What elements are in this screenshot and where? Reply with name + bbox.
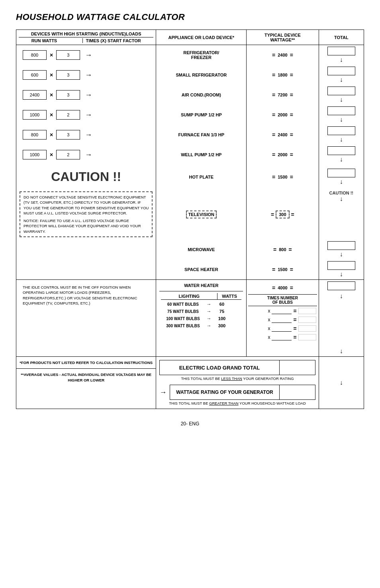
- table-row: 800 × 3 → REFRIGERATOR/FREEZER = 2400 = …: [16, 45, 364, 65]
- watts-box: 800: [23, 130, 47, 140]
- microwave-row: MICROWAVE = 800 = ↓: [16, 240, 364, 260]
- watts-box: 800: [23, 50, 47, 60]
- microwave-wattage: = 800 =: [247, 240, 319, 260]
- dashed-note: DO NOT CONNECT VOLTAGE SENSITIVE ELECTRO…: [20, 191, 153, 237]
- television-device: TELEVISION: [156, 189, 247, 240]
- page-title: HOUSEHOLD WATTAGE CALCULATOR: [16, 12, 364, 22]
- watts-box: 1000: [23, 150, 47, 159]
- space-heater-device: SPACE HEATER: [156, 260, 247, 280]
- generator-note: THIS TOTAL MUST BE GREATER THAN YOUR HOU…: [159, 401, 315, 405]
- device-label: SUMP PUMP 1/2 HP: [156, 105, 247, 125]
- total-cell: ↓: [319, 105, 364, 125]
- lighting-header: LIGHTING: [161, 293, 217, 299]
- wattage-cell: = 7200 =: [247, 85, 319, 105]
- total-cell: ↓: [319, 240, 364, 260]
- wattage-cell: = 2400 =: [247, 45, 319, 65]
- generator-label: WATTAGE RATING OF YOUR GENERATOR: [170, 387, 279, 397]
- factor-box: 3: [56, 50, 80, 60]
- hot-plate-device: HOT PLATE: [156, 165, 247, 189]
- grand-total-box: [279, 360, 315, 375]
- watts-box: 1000: [23, 110, 47, 120]
- products-note: *FOR PRODUCTS NOT LISTED REFER TO CALCUL…: [16, 357, 156, 369]
- caution-right: CAUTION !!: [321, 191, 362, 195]
- table-row: 1000 × 2 → SUMP PUMP 1/2 HP = 2000 = ↓: [16, 105, 364, 125]
- water-heater-appliance: WATER HEATER LIGHTING WATTS 60 WATT BULB…: [156, 280, 247, 357]
- water-heater-wattage-col: = 4000 = TIMES NUMBEROF BULBS x =: [247, 280, 319, 357]
- header-col1-line1: DEVICES WITH HIGH STARTING (INDUCTIVE)LO…: [19, 31, 153, 36]
- device-label: AIR COND.(ROOM): [156, 85, 247, 105]
- table-row: 600 × 3 → SMALL REFRIGERATOR = 1800 = ↓: [16, 65, 364, 85]
- tv-total-cell: CAUTION !! ↓: [319, 189, 364, 240]
- dashed-note-row: DO NOT CONNECT VOLTAGE SENSITIVE ELECTRO…: [16, 189, 364, 240]
- factor-box: 3: [56, 90, 80, 100]
- times-bulbs-header: TIMES NUMBEROF BULBS: [248, 295, 317, 306]
- bulb-100-val: 100: [213, 316, 231, 321]
- total-cell: ↓: [319, 165, 364, 189]
- grand-total-note: THIS TOTAL MUST BE LESS THAN YOUR GENERA…: [159, 376, 315, 381]
- times-sign: ×: [50, 92, 53, 98]
- watts-header: WATTS: [217, 293, 241, 299]
- bulb-60-val: 60: [213, 302, 231, 307]
- microwave-device: MICROWAVE: [156, 240, 247, 260]
- table-row: 1000 × 2 → WELL PUMP 1/2 HP = 2000 = ↓: [16, 145, 364, 165]
- factor-box: 3: [56, 70, 80, 80]
- times-sign: ×: [50, 151, 53, 158]
- total-cell: ↓ ↓: [319, 280, 364, 357]
- watts-box: 600: [23, 70, 47, 80]
- total-cell: ↓: [319, 125, 364, 145]
- total-cell: ↓: [319, 145, 364, 165]
- device-label: WELL PUMP 1/2 HP: [156, 145, 247, 165]
- bulb-75-val: 75: [213, 309, 231, 314]
- grand-total-section: ELECTRIC LOAD GRAND TOTAL THIS TOTAL MUS…: [156, 357, 319, 409]
- avg-note: **AVERAGE VALUES - ACTUAL INDIVIDUAL DEV…: [16, 369, 156, 386]
- device-label: FURNACE FAN 1/3 HP: [156, 125, 247, 145]
- times-sign: ×: [50, 112, 53, 118]
- total-cell: ↓: [319, 65, 364, 85]
- total-cell: ↓: [319, 85, 364, 105]
- times-sign: ×: [50, 132, 53, 138]
- tv-dashed-border: TELEVISION: [186, 210, 217, 218]
- television-wattage: = 300 =: [247, 189, 319, 240]
- wattage-cell: = 2000 =: [247, 145, 319, 165]
- calculator-table: DEVICES WITH HIGH STARTING (INDUCTIVE)LO…: [16, 29, 364, 409]
- idle-note: THE IDLE CONTROL MUST BE IN THE OFF POSI…: [20, 282, 153, 308]
- bulb-75-label: 75 WATT BULBS: [161, 309, 205, 314]
- device-label: REFRIGERATOR/FREEZER: [156, 45, 247, 65]
- total-cell: ↓: [319, 45, 364, 65]
- generator-box: [279, 385, 315, 399]
- hot-plate-wattage: = 1500 =: [247, 165, 319, 189]
- bulb-300-label: 300 WATT BULBS: [161, 324, 205, 328]
- device-label: SMALL REFRIGERATOR: [156, 65, 247, 85]
- caution-row: CAUTION !! HOT PLATE = 1500 = ↓: [16, 165, 364, 189]
- bulb-300-val: 300: [213, 323, 231, 328]
- header-total: TOTAL: [319, 30, 364, 45]
- wattage-cell: = 1800 =: [247, 65, 319, 85]
- table-row: 2400 × 3 → AIR COND.(ROOM) = 7200 = ↓: [16, 85, 364, 105]
- page-number: 20- ENG: [16, 421, 364, 427]
- bulb-60-label: 60 WATT BULBS: [161, 302, 205, 307]
- watts-box: 2400: [23, 90, 47, 100]
- notes-grand-total-row: *FOR PRODUCTS NOT LISTED REFER TO CALCUL…: [16, 357, 364, 409]
- wattage-cell: = 2400 =: [247, 125, 319, 145]
- idle-row: THE IDLE CONTROL MUST BE IN THE OFF POSI…: [16, 280, 364, 357]
- header-wattage: TYPICAL DEVICE WATTAGE**: [247, 30, 319, 45]
- header-appliance: APPLIANCE OR LOAD DEVICE*: [156, 30, 247, 45]
- caution-label: CAUTION !!: [20, 169, 153, 184]
- times-sign: ×: [50, 72, 53, 78]
- total-cell: ↓: [319, 260, 364, 280]
- table-row: 800 × 3 → FURNACE FAN 1/3 HP = 2400 = ↓: [16, 125, 364, 145]
- factor-box: 2: [56, 110, 80, 120]
- header-times-start: TIMES (X) START FACTOR: [82, 38, 141, 43]
- grand-total-label: ELECTRIC LOAD GRAND TOTAL: [160, 362, 279, 373]
- header-run-watts: RUN WATTS: [31, 38, 57, 43]
- factor-box: 3: [56, 130, 80, 140]
- total-cell-last: ↓: [319, 357, 364, 409]
- space-heater-wattage: = 1500 =: [247, 260, 319, 280]
- bulb-100-label: 100 WATT BULBS: [161, 317, 205, 321]
- times-sign: ×: [50, 52, 53, 58]
- wattage-cell: = 2000 =: [247, 105, 319, 125]
- factor-box: 2: [56, 150, 80, 159]
- space-heater-row: SPACE HEATER = 1500 = ↓: [16, 260, 364, 280]
